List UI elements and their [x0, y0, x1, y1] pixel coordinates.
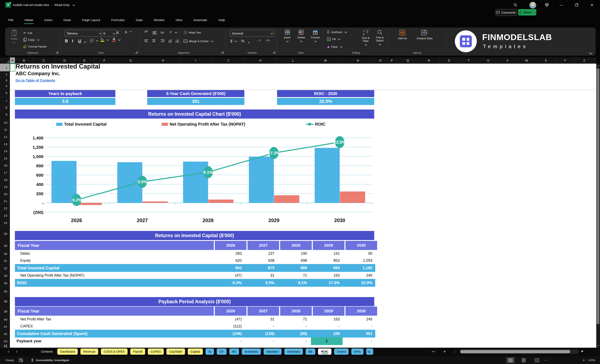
orientation-button[interactable]: ab [169, 30, 177, 34]
comma-style-button[interactable]: , [248, 38, 250, 44]
increase-decimal-button[interactable]: ←.0 [256, 39, 261, 42]
delete-cells-button[interactable]: Delete [295, 29, 307, 42]
row-header-25[interactable]: 25 [0, 227, 10, 241]
row-header-4[interactable]: 4 [0, 83, 10, 89]
sheet-tab-capital[interactable]: Capital [188, 348, 203, 355]
sheet-tab-scenarios[interactable]: Scenarios [242, 348, 261, 355]
menu-tab-formulas[interactable]: Formulas [111, 18, 125, 24]
zoom-out-button[interactable]: − [544, 356, 547, 364]
column-header-E[interactable]: E [75, 57, 94, 64]
sheet-tab-summary[interactable]: Summary [284, 348, 303, 355]
column-header-U[interactable]: U [479, 57, 498, 64]
close-button[interactable]: × [589, 2, 595, 8]
horizontal-scrollbar[interactable] [459, 349, 579, 354]
sheet-tab-be[interactable]: BE [306, 348, 315, 355]
find-select-button[interactable]: Find & Select [373, 29, 386, 45]
sheet-tab-charts[interactable]: Charts [334, 348, 349, 355]
font-name-combo[interactable]: Tahoma [65, 30, 103, 36]
column-header-O[interactable]: O [374, 57, 387, 64]
row-header-13[interactable]: 13 [0, 140, 10, 148]
row-header-43[interactable]: 43 [0, 338, 10, 345]
row-header-22[interactable]: 22 [0, 205, 10, 212]
middle-align-button[interactable] [152, 31, 157, 35]
column-header-N[interactable]: N [342, 57, 374, 64]
search-icon[interactable] [512, 2, 518, 8]
row-header-33[interactable]: 33 [0, 272, 10, 279]
sheet-tab-payroll[interactable]: Payroll [130, 348, 145, 355]
vertical-scrollbar-thumb[interactable] [597, 68, 599, 324]
sheet-tab-dashboard[interactable]: Dashboard [57, 348, 78, 355]
collapse-ribbon-icon[interactable] [589, 51, 592, 55]
column-header-Z[interactable]: Z [575, 57, 594, 64]
scroll-up-icon[interactable]: ▲ [596, 64, 600, 67]
column-header-D[interactable]: D [55, 57, 75, 64]
center-button[interactable] [152, 39, 156, 42]
copy-button[interactable]: Copy [23, 38, 39, 42]
sheet-tab-sc[interactable]: Sc [366, 348, 373, 355]
row-header-11[interactable]: 11 [0, 126, 10, 133]
row-header-1[interactable]: 1 [0, 64, 10, 72]
menu-tab-insert[interactable]: Insert [44, 18, 52, 24]
autosum-button[interactable]: Σ AutoSum [327, 30, 347, 34]
fill-color-button[interactable] [101, 38, 109, 42]
row-header-32[interactable]: 32 [0, 264, 10, 272]
avatar[interactable] [529, 2, 536, 9]
italic-button[interactable]: I [72, 39, 73, 43]
decrease-indent-button[interactable] [168, 39, 172, 43]
column-header-Q[interactable]: Q [397, 57, 419, 64]
top-align-button[interactable] [144, 31, 148, 33]
row-header-12[interactable]: 12 [0, 133, 10, 140]
menu-tab-automate[interactable]: Automate [194, 18, 207, 24]
menu-tab-view[interactable]: View [176, 18, 182, 24]
row-header-23[interactable]: 23 [0, 212, 10, 219]
menu-tab-review[interactable]: Review [154, 18, 164, 24]
column-header-G[interactable]: G [114, 57, 147, 64]
page-break-view-button[interactable] [533, 357, 541, 363]
zoom-level[interactable]: 120% [588, 356, 595, 364]
sheet-tab-cf[interactable]: CF [217, 348, 226, 355]
row-header-14[interactable]: 14 [0, 148, 10, 155]
macro-record-icon[interactable] [19, 356, 23, 364]
row-header-36[interactable]: 36 [0, 296, 10, 307]
column-header-I[interactable]: I [179, 57, 212, 64]
sheet-tab-is[interactable]: IS [206, 348, 214, 355]
new-sheet-button[interactable]: + [442, 349, 447, 354]
row-header-5[interactable]: 5 [0, 89, 10, 97]
row-header-34[interactable]: 34 [0, 279, 10, 287]
column-header-W[interactable]: W [517, 57, 536, 64]
sheet-tab-cogs-opex[interactable]: COGS & OPEX [101, 348, 128, 355]
sort-filter-button[interactable]: AZ Sort & Filter [359, 29, 372, 46]
menu-tab-data[interactable]: Data [136, 18, 143, 24]
bold-button[interactable]: B [65, 39, 68, 43]
accounting-format-button[interactable]: $ [230, 39, 237, 43]
row-header-3[interactable]: 3 [0, 77, 10, 83]
select-all-corner[interactable] [0, 57, 10, 64]
align-right-button[interactable] [161, 39, 164, 42]
column-header-A[interactable]: A [10, 57, 15, 64]
bottom-align-button[interactable] [161, 31, 164, 33]
column-header-P[interactable]: P [387, 57, 397, 64]
read-only-badge[interactable]: Read-Only [54, 3, 70, 7]
column-header-C[interactable]: C [33, 57, 55, 64]
font-color-button[interactable]: A [112, 38, 120, 42]
row-header-44[interactable]: 44 [0, 345, 10, 347]
horizontal-scrollbar-thumb[interactable] [460, 350, 570, 353]
sheet-tab-contents[interactable]: Contents [39, 348, 55, 355]
row-header-2[interactable]: 2 [0, 72, 10, 77]
page-layout-view-button[interactable] [519, 357, 528, 363]
sheet-tab-roic[interactable]: ROIC [318, 348, 331, 355]
row-header-28[interactable]: 28 [0, 241, 10, 250]
row-header-41[interactable]: 41 [0, 323, 10, 330]
font-dialog-launcher-icon[interactable] [135, 51, 138, 54]
analyze-data-button[interactable]: Analyze Data [416, 29, 433, 40]
add-ins-button[interactable]: Add-ins [395, 29, 410, 40]
insert-cells-button[interactable]: Insert [281, 29, 293, 42]
row-header-17[interactable]: 17 [0, 169, 10, 176]
increase-indent-button[interactable] [175, 39, 179, 43]
share-button[interactable]: Share [518, 9, 536, 16]
row-header-15[interactable]: 15 [0, 155, 10, 162]
format-painter-button[interactable]: Format Painter [23, 45, 47, 48]
sheet-tab-bs[interactable]: BS [229, 348, 239, 355]
row-header-30[interactable]: 30 [0, 250, 10, 257]
restore-button[interactable] [573, 2, 580, 8]
